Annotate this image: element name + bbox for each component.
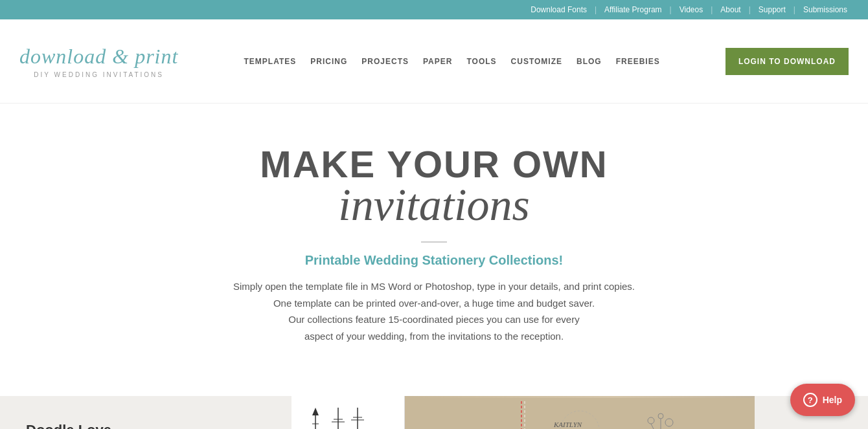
login-button[interactable]: LOGIN TO DOWNLOAD	[725, 48, 849, 75]
help-icon: ?	[803, 393, 817, 407]
videos-link[interactable]: Videos	[672, 5, 711, 14]
affiliate-program-link[interactable]: Affiliate Program	[597, 5, 669, 14]
download-fonts-link[interactable]: Download Fonts	[523, 5, 595, 14]
collection-name: Doodle Love	[26, 415, 111, 429]
customize-nav[interactable]: CUSTOMIZE	[511, 57, 562, 66]
desc-line-1: Simply open the template file in MS Word…	[233, 281, 635, 292]
paper-nav[interactable]: PAPER	[423, 57, 452, 66]
svg-marker-1	[312, 408, 319, 415]
hero-divider	[421, 241, 447, 243]
desc-line-2: One template can be printed over-and-ove…	[273, 298, 595, 309]
hero-section: MAKE YOUR OWN invitations Printable Wedd…	[0, 104, 868, 370]
collection-info: Doodle Love	[26, 415, 111, 429]
projects-nav[interactable]: PROJECTS	[361, 57, 409, 66]
help-button[interactable]: ? Help	[790, 384, 855, 416]
top-bar: Download Fonts | Affiliate Program | Vid…	[0, 0, 868, 19]
about-link[interactable]: About	[713, 5, 748, 14]
main-nav: download & print DIY WEDDING INVITATIONS…	[0, 19, 868, 104]
doodle-art	[296, 401, 400, 429]
doodle-sketch	[291, 396, 405, 429]
tools-nav[interactable]: TOOLS	[466, 57, 496, 66]
svg-text:KAITLYN: KAITLYN	[553, 421, 582, 428]
bottom-section: Doodle Love	[0, 396, 868, 429]
desc-line-3: Our collections feature 15-coordinated p…	[288, 314, 579, 325]
hero-subheadline: invitations	[13, 179, 855, 231]
nav-links: TEMPLATES PRICING PROJECTS PAPER TOOLS C…	[244, 57, 660, 66]
hero-description: Simply open the template file in MS Word…	[194, 278, 674, 344]
logo-area[interactable]: download & print DIY WEDDING INVITATIONS	[19, 45, 178, 78]
pricing-nav[interactable]: PRICING	[310, 57, 347, 66]
hero-tagline: Printable Wedding Stationery Collections…	[13, 253, 855, 268]
photo-preview: KAITLYN FRANKLIN	[405, 396, 755, 429]
help-label: Help	[823, 395, 842, 405]
freebies-nav[interactable]: FREEBIES	[616, 57, 660, 66]
support-link[interactable]: Support	[751, 5, 794, 14]
logo-subtitle: DIY WEDDING INVITATIONS	[34, 71, 164, 78]
templates-nav[interactable]: TEMPLATES	[244, 57, 297, 66]
blog-nav[interactable]: BLOG	[577, 57, 602, 66]
logo-text: download & print	[19, 45, 178, 69]
photo-art: KAITLYN FRANKLIN	[405, 398, 755, 429]
desc-line-4: aspect of your wedding, from the invitat…	[304, 331, 564, 342]
submissions-link[interactable]: Submissions	[795, 5, 855, 14]
